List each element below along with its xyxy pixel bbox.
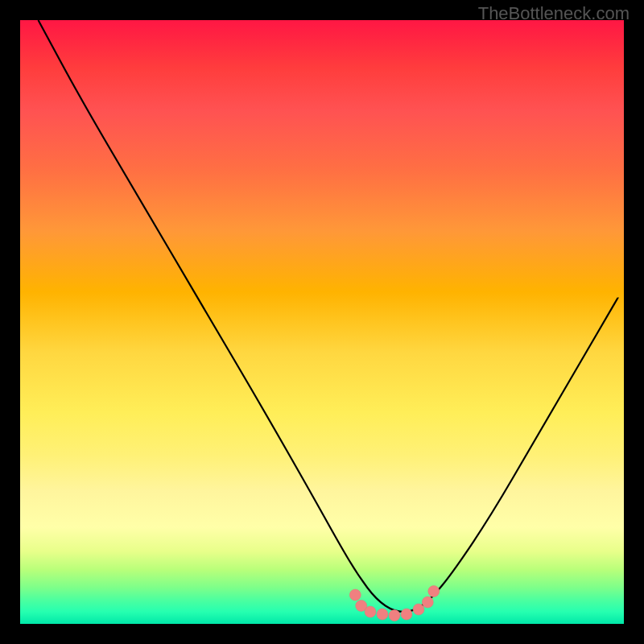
valley-marker <box>377 609 388 620</box>
valley-marker <box>413 604 424 615</box>
valley-marker <box>422 597 433 608</box>
chart-svg <box>20 20 624 624</box>
valley-marker <box>365 606 376 617</box>
valley-marker <box>428 586 440 597</box>
valley-marker-group <box>349 586 440 621</box>
curve-line <box>39 20 618 612</box>
valley-marker <box>401 609 412 620</box>
valley-marker <box>349 589 361 601</box>
plot-area <box>20 20 624 624</box>
watermark-text: TheBottleneck.com <box>478 3 630 24</box>
valley-marker <box>389 610 400 621</box>
